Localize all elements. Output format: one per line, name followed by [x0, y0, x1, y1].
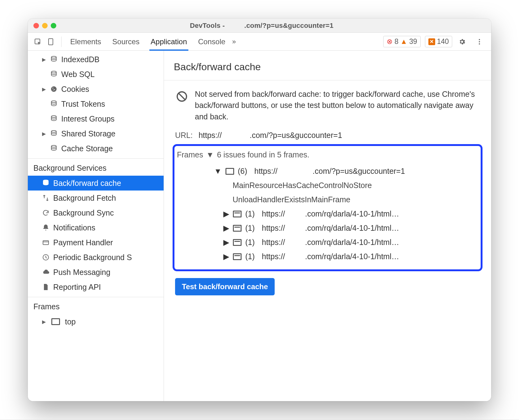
window-zoom-button[interactable] — [51, 23, 56, 28]
svg-rect-1 — [49, 39, 53, 45]
sidebar-item-indexeddb[interactable]: ▶IndexedDB — [28, 52, 164, 67]
child-frame[interactable]: ▶ (1) https:// .com/rq/darla/4-10-1/html… — [214, 207, 477, 221]
window-minimize-button[interactable] — [42, 23, 48, 28]
kebab-menu-icon[interactable] — [474, 36, 485, 47]
sidebar-item-bgsync[interactable]: Background Sync — [28, 205, 164, 220]
subframe-icon — [233, 253, 242, 260]
devtools-toolbar: Elements Sources Application Console » ⊗… — [28, 33, 491, 51]
svg-point-6 — [51, 71, 56, 73]
tab-application[interactable]: Application — [145, 33, 192, 50]
issue-icon: ✕ — [428, 38, 435, 45]
svg-point-2 — [479, 39, 480, 40]
child-frame[interactable]: ▶ (1) https:// .com/rq/darla/4-10-1/html… — [214, 250, 477, 264]
not-served-icon — [175, 90, 189, 103]
frames-summary: 6 issues found in 5 frames. — [217, 150, 309, 159]
sidebar-item-interestgroups[interactable]: Interest Groups — [28, 111, 164, 126]
inspect-element-icon[interactable] — [32, 36, 43, 47]
frame-icon — [51, 318, 60, 325]
issues-counter[interactable]: ✕140 — [425, 36, 452, 47]
subframe-icon — [233, 239, 242, 246]
sidebar-item-reporting[interactable]: Reporting API — [28, 280, 164, 294]
page-title: Back/forward cache — [174, 61, 483, 73]
bfcache-panel: Back/forward cache Not served from back/… — [164, 51, 491, 401]
sidebar-item-sharedstorage[interactable]: ▶Shared Storage — [28, 126, 164, 141]
sidebar-item-periodic[interactable]: Periodic Background S — [28, 250, 164, 265]
sidebar-item-notifications[interactable]: Notifications — [28, 220, 164, 235]
frame-root[interactable]: ▼ (6) https:// .com/?p=us&guccounter=1 — [214, 164, 477, 178]
not-served-description: Not served from back/forward cache: to t… — [195, 88, 483, 122]
svg-point-11 — [51, 101, 56, 103]
caret-right-icon[interactable]: ▶ — [223, 209, 229, 218]
bfcache-reason: UnloadHandlerExistsInMainFrame — [214, 193, 477, 207]
caret-right-icon[interactable]: ▶ — [223, 252, 229, 261]
test-bfcache-button[interactable]: Test back/forward cache — [175, 278, 275, 295]
svg-point-13 — [51, 131, 56, 132]
sidebar-item-bgfetch[interactable]: Background Fetch — [28, 191, 164, 205]
svg-point-5 — [51, 56, 56, 58]
svg-point-7 — [51, 86, 57, 92]
url-row: URL: https:// .com/?p=us&guccounter=1 — [175, 131, 483, 140]
sidebar-item-cookies[interactable]: ▶Cookies — [28, 82, 164, 96]
more-tabs-button[interactable]: » — [232, 38, 236, 46]
svg-point-4 — [479, 43, 480, 45]
svg-point-14 — [51, 145, 56, 147]
svg-rect-16 — [43, 241, 49, 245]
devtools-window: DevTools - .com/?p=us&guccounter=1 Eleme… — [28, 19, 491, 401]
sidebar-item-bfcache[interactable]: Back/forward cache — [28, 176, 164, 191]
sidebar-item-websql[interactable]: Web SQL — [28, 67, 164, 82]
sidebar-item-cachestorage[interactable]: Cache Storage — [28, 141, 164, 156]
svg-point-9 — [54, 89, 55, 90]
svg-point-12 — [51, 116, 56, 118]
frames-issues-panel: Frames ▼ 6 issues found in 5 frames. ▼ (… — [173, 144, 483, 271]
bfcache-reason: MainResourceHasCacheControlNoStore — [214, 178, 477, 193]
tab-console[interactable]: Console — [193, 33, 231, 50]
application-sidebar: ▶IndexedDB Web SQL ▶Cookies Trust Tokens… — [28, 51, 164, 401]
console-counters[interactable]: ⊗8 ▲39 — [383, 36, 420, 47]
subframe-icon — [233, 225, 242, 232]
frame-icon — [225, 168, 234, 175]
child-frame[interactable]: ▶ (1) https:// .com/rq/darla/4-10-1/html… — [214, 221, 477, 235]
svg-point-10 — [53, 90, 54, 90]
sidebar-item-trusttokens[interactable]: Trust Tokens — [28, 96, 164, 111]
sidebar-item-push[interactable]: Push Messaging — [28, 265, 164, 280]
frames-label: Frames — [177, 150, 203, 159]
child-frame[interactable]: ▶ (1) https:// .com/rq/darla/4-10-1/html… — [214, 235, 477, 250]
settings-icon[interactable] — [457, 36, 468, 47]
caret-right-icon[interactable]: ▶ — [223, 238, 229, 247]
sidebar-item-top-frame[interactable]: ▶top — [28, 314, 164, 329]
titlebar: DevTools - .com/?p=us&guccounter=1 — [28, 19, 491, 33]
device-toolbar-icon[interactable] — [45, 36, 56, 47]
caret-down-icon[interactable]: ▼ — [214, 167, 222, 176]
caret-right-icon[interactable]: ▶ — [223, 224, 229, 233]
error-icon: ⊗ — [387, 37, 392, 46]
subframe-icon — [233, 211, 242, 217]
window-title: DevTools - .com/?p=us&guccounter=1 — [59, 22, 464, 30]
tab-sources[interactable]: Sources — [107, 33, 145, 50]
svg-point-3 — [479, 41, 480, 42]
sidebar-section-background: Background Services — [28, 158, 164, 176]
svg-point-8 — [53, 88, 54, 89]
tab-elements[interactable]: Elements — [65, 33, 107, 50]
window-close-button[interactable] — [33, 23, 39, 28]
sidebar-section-frames: Frames — [28, 297, 164, 314]
warning-icon: ▲ — [400, 37, 407, 46]
caret-down-icon[interactable]: ▼ — [206, 150, 214, 159]
sidebar-item-payment[interactable]: Payment Handler — [28, 235, 164, 250]
